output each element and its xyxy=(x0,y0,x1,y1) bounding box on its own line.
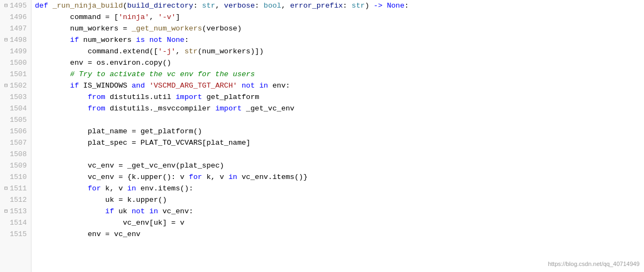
indent xyxy=(35,11,70,23)
line-num-text: 1510 xyxy=(10,171,27,183)
indent xyxy=(35,34,70,46)
token-str-val: '-j' xyxy=(158,46,175,57)
code-line: num_workers = _get_num_workers(verbose) xyxy=(35,23,644,34)
token-from-kw: from xyxy=(87,103,105,114)
line-num-text: 1514 xyxy=(10,217,27,228)
fold-icon[interactable]: ⊟ xyxy=(2,0,8,11)
token-fn-name: _run_ninja_build xyxy=(53,0,123,11)
token-str-val: '-v' xyxy=(158,11,175,23)
token-param: error_prefix xyxy=(290,0,343,11)
fold-icon[interactable]: ⊟ xyxy=(2,80,8,91)
token-plain: ] xyxy=(176,11,180,23)
line-number: 1503 xyxy=(2,91,27,103)
token-plain: distutils._msvccompiler xyxy=(105,103,216,114)
line-number: ⊟1513 xyxy=(2,206,27,217)
line-num-text: 1502 xyxy=(10,80,27,91)
token-plain: vc_env[uk] = v xyxy=(123,217,184,228)
token-plain xyxy=(382,0,387,11)
token-plain: distutils.util xyxy=(105,91,176,103)
code-line: if IS_WINDOWS and 'VSCMD_ARG_TGT_ARCH' n… xyxy=(35,80,644,91)
line-num-text: 1515 xyxy=(10,228,27,240)
code-line: from distutils.util import get_platform xyxy=(35,91,644,103)
line-number: 1496 xyxy=(2,11,27,23)
code-line: plat_name = get_platform() xyxy=(35,126,644,137)
token-kw-def: def xyxy=(35,0,52,11)
token-type: str xyxy=(202,0,215,11)
token-plain: vc_env.items()} xyxy=(237,171,308,183)
line-num-text: 1505 xyxy=(10,114,27,126)
indent xyxy=(35,160,87,171)
code-line: # Try to activate the vc env for the use… xyxy=(35,69,644,80)
token-plain: : xyxy=(185,34,189,46)
token-plain: uk = k.upper() xyxy=(105,194,167,206)
token-fn-name: _get_num_workers xyxy=(131,23,202,34)
code-line: vc_env = {k.upper(): v for k, v in vc_en… xyxy=(35,171,644,183)
indent xyxy=(35,217,123,228)
code-line: plat_spec = PLAT_TO_VCVARS[plat_name] xyxy=(35,137,644,149)
indent xyxy=(35,194,105,206)
token-none-kw: None xyxy=(387,0,404,11)
indent xyxy=(35,23,70,34)
token-plain xyxy=(145,80,149,91)
token-plain: vc_env xyxy=(87,171,114,183)
token-kw-import: import xyxy=(215,103,242,114)
token-plain: (verbose) xyxy=(202,23,242,34)
indent xyxy=(35,57,70,69)
code-line: for k, v in env.items(): xyxy=(35,183,644,194)
line-num-text: 1504 xyxy=(10,103,27,114)
token-plain: ( xyxy=(123,0,127,11)
token-kw-blue: in xyxy=(229,171,237,183)
line-number: 1515 xyxy=(2,228,27,240)
indent xyxy=(35,80,70,91)
token-builtin: str xyxy=(185,46,198,57)
code-line: from distutils._msvccompiler import _get… xyxy=(35,103,644,114)
line-num-text: 1512 xyxy=(10,194,27,206)
fold-icon[interactable]: ⊟ xyxy=(2,34,8,46)
token-param: build_directory xyxy=(127,0,193,11)
code-line xyxy=(35,114,644,126)
token-str-val: 'VSCMD_ARG_TGT_ARCH' xyxy=(149,80,237,91)
line-num-text: 1503 xyxy=(10,91,27,103)
code-line: env = os.environ.copy() xyxy=(35,57,644,69)
indent xyxy=(35,228,87,240)
line-num-text: 1508 xyxy=(10,149,27,160)
token-str-val: 'ninja' xyxy=(118,11,149,23)
token-plain: command.extend([ xyxy=(87,46,158,57)
fold-icon[interactable]: ⊟ xyxy=(2,183,8,194)
token-kw-blue: and xyxy=(131,80,144,91)
line-num-text: 1513 xyxy=(10,206,27,217)
token-plain: num_workers xyxy=(70,23,118,34)
token-plain: vc_env: xyxy=(158,206,193,217)
fold-icon[interactable]: ⊟ xyxy=(2,206,8,217)
token-plain xyxy=(145,206,149,217)
token-kw-import: import xyxy=(175,91,202,103)
token-plain: env: xyxy=(268,80,291,91)
token-from-kw: from xyxy=(87,91,105,103)
token-plain: uk xyxy=(114,206,131,217)
indent xyxy=(35,183,87,194)
token-plain xyxy=(162,34,167,46)
token-plain: vc_env xyxy=(87,160,114,171)
line-number: 1508 xyxy=(2,149,27,160)
token-plain: get_platform xyxy=(202,91,259,103)
code-line: env = vc_env xyxy=(35,228,644,240)
token-comment: # Try to activate the vc env for the use… xyxy=(70,69,255,80)
token-plain: env xyxy=(70,57,83,69)
code-line xyxy=(35,149,644,160)
token-plain: : xyxy=(193,0,202,11)
token-kw-blue: if xyxy=(70,34,79,46)
token-kw-blue: in xyxy=(149,206,158,217)
code-line: if num_workers is not None: xyxy=(35,34,644,46)
token-plain: env.items(): xyxy=(136,183,193,194)
token-kw-blue: in xyxy=(127,183,136,194)
line-number: 1505 xyxy=(2,114,27,126)
code-line: command = ['ninja', '-v'] xyxy=(35,11,644,23)
token-plain: , xyxy=(149,11,158,23)
token-kw-blue: in xyxy=(259,80,268,91)
token-plain: [ xyxy=(114,11,118,23)
line-number: 1497 xyxy=(2,23,27,34)
token-plain: : xyxy=(343,0,351,11)
token-kw-blue: if xyxy=(70,80,79,91)
token-plain xyxy=(145,34,149,46)
token-plain: num_workers xyxy=(79,34,136,46)
